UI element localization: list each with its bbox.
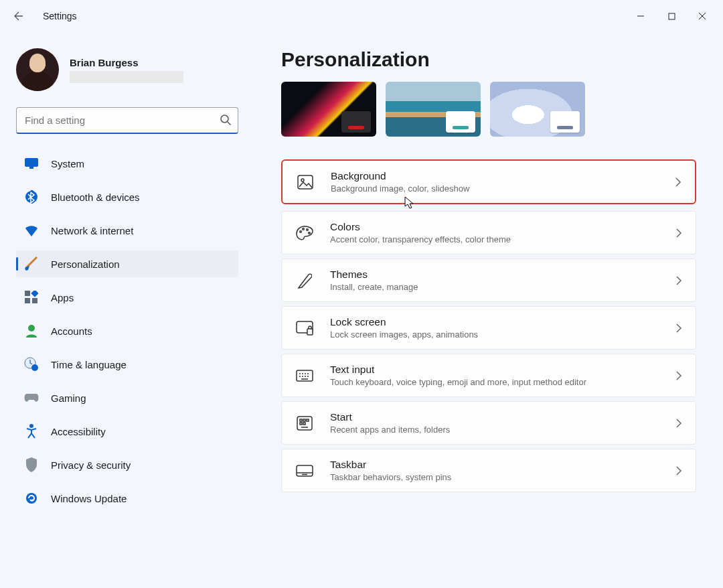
svg-point-1 — [221, 115, 228, 123]
svg-point-9 — [28, 325, 35, 332]
nav-gaming[interactable]: Gaming — [16, 384, 238, 411]
clock-globe-icon — [24, 357, 39, 372]
card-title: Start — [330, 411, 659, 423]
close-button[interactable] — [687, 3, 718, 29]
profile-name: Brian Burgess — [70, 57, 183, 68]
app-title: Settings — [43, 11, 77, 21]
nav-label: Accounts — [51, 325, 92, 337]
card-sub: Taskbar behaviors, system pins — [330, 472, 659, 482]
nav-label: Time & language — [51, 359, 127, 370]
person-icon — [24, 323, 39, 338]
accessibility-icon — [24, 424, 39, 439]
card-start[interactable]: Start Recent apps and items, folders — [281, 401, 696, 445]
nav-label: System — [51, 158, 84, 169]
wifi-icon — [24, 223, 39, 238]
svg-rect-8 — [32, 298, 37, 303]
svg-rect-24 — [300, 419, 302, 421]
card-lockscreen[interactable]: Lock screen Lock screen images, apps, an… — [281, 306, 696, 350]
chevron-right-icon — [675, 370, 682, 381]
search-icon — [220, 114, 232, 126]
back-button[interactable] — [5, 3, 32, 29]
svg-rect-0 — [669, 13, 675, 19]
gamepad-icon — [24, 390, 39, 405]
svg-rect-14 — [298, 175, 313, 189]
card-title: Colors — [330, 221, 659, 233]
minimize-button[interactable] — [625, 3, 656, 29]
theme-thumb-light[interactable] — [490, 82, 585, 137]
svg-rect-5 — [25, 291, 30, 296]
nav-label: Windows Update — [51, 493, 127, 504]
nav-label: Apps — [51, 292, 74, 303]
nav-label: Bluetooth & devices — [51, 192, 140, 203]
svg-point-15 — [301, 179, 304, 181]
search-input[interactable] — [16, 107, 238, 134]
card-colors[interactable]: Colors Accent color, transparency effect… — [281, 211, 696, 254]
nav-update[interactable]: Windows Update — [16, 485, 238, 512]
maximize-button[interactable] — [656, 3, 687, 29]
card-title: Background — [331, 170, 659, 182]
lock-screen-icon — [295, 321, 314, 336]
picture-icon — [296, 175, 315, 190]
theme-thumbnails — [281, 82, 696, 137]
profile-block[interactable]: Brian Burgess — [16, 48, 238, 91]
card-sub: Install, create, manage — [330, 282, 659, 292]
nav-accounts[interactable]: Accounts — [16, 317, 238, 344]
chevron-right-icon — [675, 275, 682, 286]
nav-label: Gaming — [51, 392, 86, 404]
nav-bluetooth[interactable]: Bluetooth & devices — [16, 183, 238, 210]
search-field[interactable] — [16, 107, 238, 134]
nav-label: Network & internet — [51, 225, 133, 236]
card-textinput[interactable]: Text input Touch keyboard, voice typing,… — [281, 354, 696, 397]
svg-point-16 — [300, 230, 302, 232]
nav-network[interactable]: Network & internet — [16, 217, 238, 244]
svg-rect-25 — [303, 419, 305, 421]
svg-point-17 — [303, 228, 305, 230]
card-background[interactable]: Background Background image, color, slid… — [281, 159, 696, 204]
svg-rect-2 — [25, 158, 38, 167]
nav-time[interactable]: Time & language — [16, 351, 238, 378]
svg-point-13 — [26, 493, 37, 504]
theme-thumb-dark[interactable] — [281, 82, 376, 137]
svg-point-19 — [309, 232, 311, 234]
svg-point-18 — [307, 228, 309, 230]
card-sub: Background image, color, slideshow — [331, 183, 659, 194]
theme-thumb-landscape[interactable] — [386, 82, 481, 137]
pen-icon — [295, 273, 314, 289]
start-menu-icon — [295, 416, 314, 431]
card-themes[interactable]: Themes Install, create, manage — [281, 259, 696, 302]
nav-label: Privacy & security — [51, 459, 131, 471]
nav-apps[interactable]: Apps — [16, 284, 238, 311]
nav-personalization[interactable]: Personalization — [16, 250, 238, 277]
card-sub: Lock screen images, apps, animations — [330, 329, 659, 340]
svg-rect-7 — [25, 298, 30, 303]
update-icon — [24, 491, 39, 506]
nav-system[interactable]: System — [16, 150, 238, 177]
apps-icon — [24, 290, 39, 305]
svg-rect-3 — [29, 167, 33, 169]
chevron-right-icon — [675, 177, 681, 188]
chevron-right-icon — [675, 228, 682, 238]
keyboard-icon — [295, 370, 314, 382]
avatar — [16, 48, 59, 91]
svg-rect-6 — [31, 291, 38, 297]
svg-rect-21 — [307, 329, 313, 335]
window-controls — [625, 3, 718, 29]
svg-point-11 — [31, 364, 38, 371]
chevron-right-icon — [675, 418, 682, 429]
paintbrush-icon — [24, 256, 39, 271]
card-taskbar[interactable]: Taskbar Taskbar behaviors, system pins — [281, 449, 696, 492]
card-sub: Touch keyboard, voice typing, emoji and … — [330, 377, 659, 387]
svg-rect-26 — [307, 419, 309, 421]
card-sub: Accent color, transparency effects, colo… — [330, 234, 659, 244]
palette-icon — [295, 225, 314, 241]
chevron-right-icon — [675, 465, 682, 476]
chevron-right-icon — [675, 323, 682, 334]
card-title: Text input — [330, 364, 659, 376]
display-icon — [24, 156, 39, 171]
nav-accessibility[interactable]: Accessibility — [16, 418, 238, 445]
nav-privacy[interactable]: Privacy & security — [16, 451, 238, 478]
titlebar: Settings — [0, 0, 723, 32]
card-title: Taskbar — [330, 459, 659, 471]
profile-email-redacted — [70, 71, 183, 83]
main-content: Personalization Background Background im… — [254, 32, 723, 588]
